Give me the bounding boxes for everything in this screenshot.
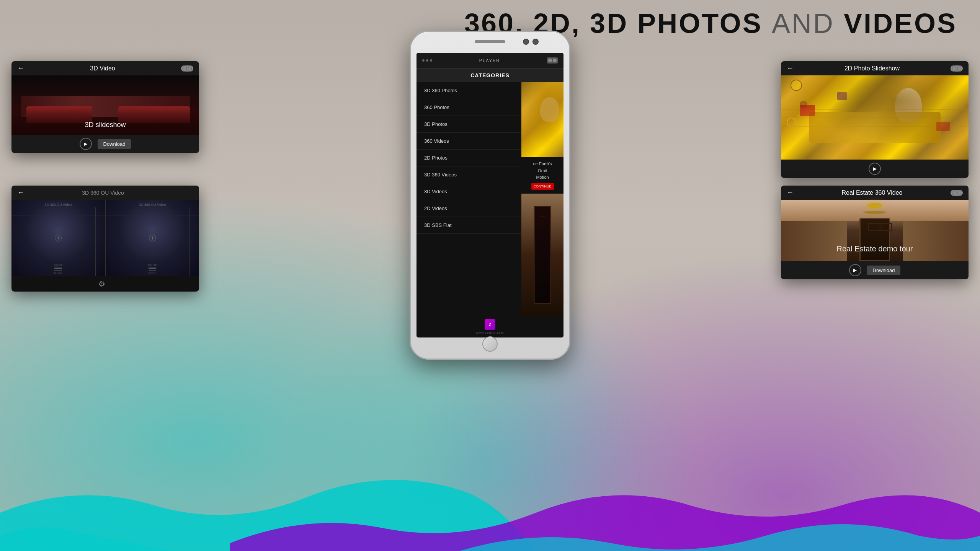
card-real-estate-header: ← Real Estate 360 Video (781, 186, 969, 200)
reticle-left (55, 235, 62, 241)
categories-label: CATEGORIES (470, 72, 510, 78)
menu-label-right: MENU (106, 272, 199, 274)
card-360-footer: ⚙ (11, 276, 199, 292)
vr-circle-re-left (952, 190, 956, 196)
bottom-waves (0, 436, 980, 551)
cat-item-8[interactable]: 2D Videos (416, 200, 521, 217)
card-3d-video-header: ← 3D Video (11, 61, 199, 75)
card-3d-video-title: 3D Video (90, 65, 115, 72)
cat-item-4[interactable]: 360 Videos (416, 133, 521, 150)
phone-camera2 (523, 39, 529, 45)
thumb-orbit-text: Orbit (523, 168, 562, 174)
phone-body: PLAYER CATEGORIES 3D 360 Photos (410, 31, 570, 360)
dot-3 (430, 59, 432, 62)
right-thumbnail-panel: ne Earth's Orbit Motion CONTINUE (521, 82, 564, 316)
vr-label-left: 3D 360 OU Video (11, 203, 105, 207)
cat-item-6[interactable]: 3D 360 Videos (416, 166, 521, 183)
vr-circle-2d-right (957, 65, 962, 72)
reticle-right (149, 235, 156, 241)
card-3d-video-footer: ▶ Download (11, 135, 199, 153)
phone-home-button[interactable] (482, 336, 498, 352)
card-360-header: ← 3D 360 OU Video (11, 186, 199, 200)
dot-1 (422, 59, 425, 62)
card-real-estate-footer: ▶ Download (781, 261, 969, 279)
pause-label-left: PAUSE (11, 264, 105, 267)
pause-label-right: PAUSE (106, 264, 199, 267)
back-arrow-icon[interactable]: ← (17, 64, 24, 72)
dot-2 (426, 59, 428, 62)
app-vr-icon (547, 57, 558, 64)
download-button-real-estate[interactable]: Download (867, 266, 901, 275)
categories-container: 3D 360 Photos 360 Photos 3D Photos 360 V… (416, 82, 564, 316)
vr-circle-left (183, 65, 187, 72)
phone-speaker (475, 40, 505, 43)
play-button-real-estate[interactable]: ▶ (849, 264, 861, 276)
vr-icon-360 (182, 190, 193, 196)
vr-circle-2d-left (952, 65, 956, 72)
card-real-estate-title: Real Estate 360 Video (842, 189, 903, 196)
card-real-estate-image: Real Estate demo tour (781, 200, 969, 261)
download-button-3d-video[interactable]: Download (98, 139, 131, 149)
card-2d-photo-header: ← 2D Photo Slideshow (781, 61, 969, 75)
vr-label-right: 3D 360 OU Video (106, 203, 199, 207)
card-2d-photo: ← 2D Photo Slideshow ▶ (781, 61, 969, 178)
cat-item-5[interactable]: 2D Photos (416, 150, 521, 166)
card-360-image: 3D 360 OU Video PAUSE MENU 3D 360 OU Vid… (11, 200, 199, 276)
card-2d-photo-image (781, 75, 969, 160)
360-view-right: 3D 360 OU Video PAUSE MENU (106, 200, 199, 276)
app-header: PLAYER (416, 53, 564, 68)
card-2d-photo-footer: ▶ (781, 160, 969, 178)
continue-button[interactable]: CONTINUE (531, 183, 554, 190)
vr-icon-3d-video (181, 65, 193, 72)
vr-icon-real-estate (951, 190, 963, 196)
phone-camera (532, 39, 539, 45)
cat-item-2[interactable]: 360 Photos (416, 99, 521, 116)
card-real-estate: ← Real Estate 360 Video Real Estate demo… (781, 186, 969, 279)
slideshow-label: 3D slideshow (11, 121, 199, 129)
card-360-title-left: 3D 360 OU Video (82, 190, 124, 196)
menu-label-left: MENU (11, 272, 105, 274)
real-estate-demo-label: Real Estate demo tour (781, 245, 969, 253)
360-view-left: 3D 360 OU Video PAUSE MENU (11, 200, 105, 276)
vr-circle-re-right (957, 190, 962, 196)
back-arrow-360-icon[interactable]: ← (17, 189, 24, 197)
thumb-klimt (521, 82, 564, 157)
phone-container: PLAYER CATEGORIES 3D 360 Photos (410, 31, 570, 360)
app-title-bar: PLAYER (479, 58, 500, 63)
cat-item-1[interactable]: 3D 360 Photos (416, 82, 521, 99)
card-3d-video: ← 3D Video 3D slideshow ▶ Download (11, 61, 199, 153)
gear-icon[interactable]: ⚙ (98, 279, 105, 289)
back-arrow-re-icon[interactable]: ← (787, 189, 794, 197)
app-footer: Z www.zefirvr.com (416, 316, 564, 337)
vr-circle-right (188, 65, 192, 72)
categories-header: CATEGORIES (416, 68, 564, 82)
cat-item-9[interactable]: 3D SBS Flat (416, 217, 521, 234)
thumb-door (521, 194, 564, 316)
app-dots (422, 59, 432, 62)
vr-icon-2d-photo (951, 65, 963, 72)
thumb-motion-text: Motion (523, 174, 562, 181)
category-list[interactable]: 3D 360 Photos 360 Photos 3D Photos 360 V… (416, 82, 521, 316)
card-3d-video-image: 3D slideshow (11, 75, 199, 135)
card-360: ← 3D 360 OU Video 3D 360 OU Video PAUSE … (11, 186, 199, 292)
phone-screen: PLAYER CATEGORIES 3D 360 Photos (416, 53, 564, 337)
app-screen: PLAYER CATEGORIES 3D 360 Photos (416, 53, 564, 337)
cat-item-7[interactable]: 3D Videos (416, 183, 521, 200)
thumb-text-section: ne Earth's Orbit Motion CONTINUE (521, 157, 564, 194)
play-button-2d-photo[interactable]: ▶ (869, 163, 881, 175)
thumb-earth-text: ne Earth's (523, 161, 562, 168)
back-arrow-2d-icon[interactable]: ← (787, 64, 794, 72)
card-2d-photo-title: 2D Photo Slideshow (844, 65, 900, 72)
play-button-3d-video[interactable]: ▶ (80, 138, 92, 150)
cat-item-3[interactable]: 3D Photos (416, 116, 521, 133)
app-url: www.zefirvr.com (420, 331, 560, 334)
app-logo: Z (485, 319, 495, 330)
